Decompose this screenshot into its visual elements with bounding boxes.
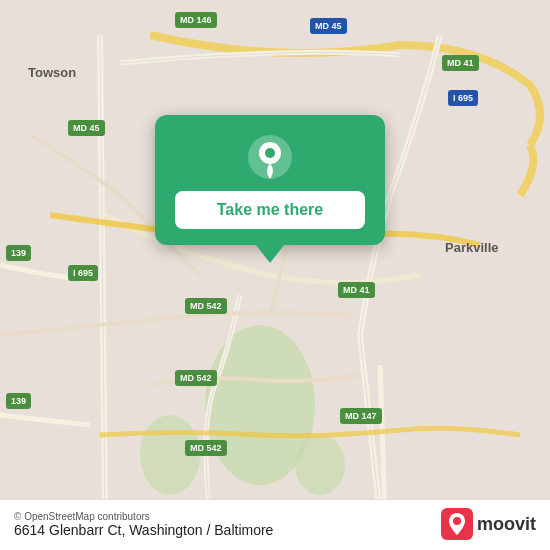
moovit-text: moovit: [477, 514, 536, 535]
footer-bar: © OpenStreetMap contributors 6614 Glenba…: [0, 499, 550, 550]
address-text: 6614 Glenbarr Ct, Washington / Baltimore: [14, 522, 273, 538]
city-label-towson: Towson: [28, 65, 76, 80]
road-badge-md41-mid: MD 41: [338, 282, 375, 298]
svg-point-3: [295, 435, 345, 495]
popup-card: Take me there: [155, 115, 385, 245]
road-badge-139-1: 139: [6, 245, 31, 261]
road-badge-md542-1: MD 542: [185, 298, 227, 314]
road-badge-md147: MD 147: [340, 408, 382, 424]
moovit-logo: moovit: [441, 508, 536, 540]
road-badge-md41-top: MD 41: [442, 55, 479, 71]
moovit-icon: [441, 508, 473, 540]
footer-left: © OpenStreetMap contributors 6614 Glenba…: [14, 511, 273, 538]
osm-credit: © OpenStreetMap contributors: [14, 511, 273, 522]
road-badge-i695-top: MD 45: [310, 18, 347, 34]
road-badge-md45-mid: I 695: [68, 265, 98, 281]
road-badge-md542-2: MD 542: [175, 370, 217, 386]
map-container: Towson Parkville MD 146 MD 45 I 695 MD 4…: [0, 0, 550, 550]
road-badge-md45-top: MD 45: [68, 120, 105, 136]
svg-point-7: [265, 148, 275, 158]
road-badge-md146: MD 146: [175, 12, 217, 28]
take-me-there-button[interactable]: Take me there: [175, 191, 365, 229]
city-label-parkville: Parkville: [445, 240, 499, 255]
road-badge-139-2: 139: [6, 393, 31, 409]
road-badge-i695-right: I 695: [448, 90, 478, 106]
road-badge-md542-3: MD 542: [185, 440, 227, 456]
location-pin-icon: [246, 133, 294, 181]
svg-point-9: [453, 517, 461, 525]
